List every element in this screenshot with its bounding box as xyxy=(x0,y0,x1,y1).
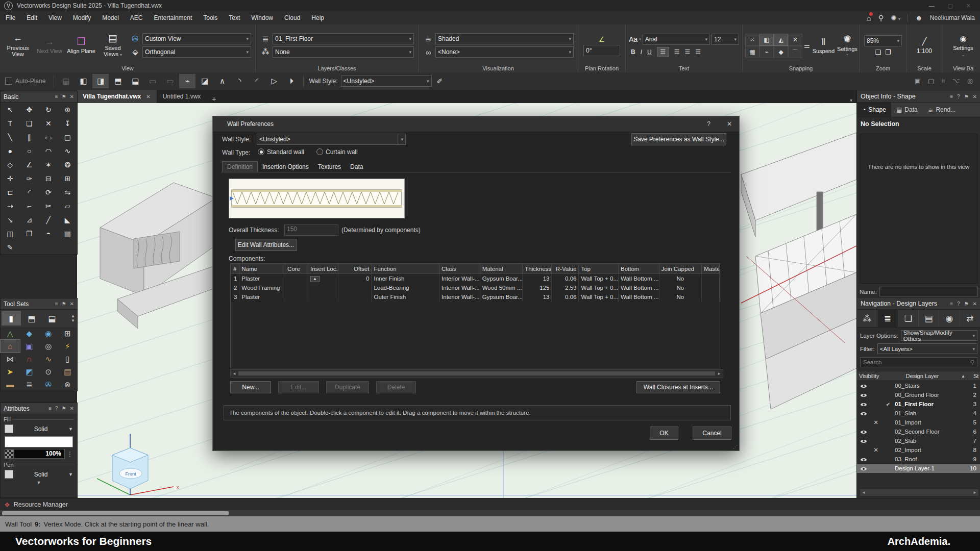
tangent-snap[interactable]: ◆ xyxy=(774,46,788,58)
tool-mode-3[interactable]: ⬓ xyxy=(42,311,62,325)
components-table[interactable]: #NameCoreInsert Loc.OffsetFunctionClassM… xyxy=(231,264,720,302)
column-header-insertloc[interactable]: Insert Loc. xyxy=(308,264,338,274)
layer-list-scrollbar[interactable]: ◄► xyxy=(860,489,979,496)
intersection-snap[interactable]: ✕ xyxy=(788,34,802,46)
layer-opacity[interactable]: ▢ xyxy=(928,77,934,85)
cell[interactable]: Plaster xyxy=(239,274,285,284)
smart-edge-snap[interactable]: ⌁ xyxy=(760,46,774,58)
grid-tool[interactable]: ▦ xyxy=(58,227,78,240)
font-dropdown[interactable]: Arial▾ xyxy=(643,34,710,45)
cell[interactable]: 3 xyxy=(231,292,239,302)
nav-design-layers[interactable]: ≣ xyxy=(877,310,898,327)
chamfer-tool[interactable]: ◣ xyxy=(58,213,78,227)
menu-help[interactable]: Help xyxy=(306,11,330,24)
layer-row[interactable]: 02_Second Floor6 xyxy=(857,427,980,436)
wall-left-control[interactable]: ◧ xyxy=(75,74,91,88)
menu-window[interactable]: Window xyxy=(246,11,279,24)
delete-tool[interactable]: ✕ xyxy=(39,116,58,130)
pen-style-swatch[interactable] xyxy=(5,470,13,479)
wall-preferences-icon[interactable]: ✐ xyxy=(437,77,443,85)
arc-snap[interactable]: ⌒ xyxy=(788,46,802,58)
gis-tools[interactable]: ◉ xyxy=(39,327,58,340)
auto-plane-checkbox[interactable] xyxy=(5,78,12,85)
cell[interactable] xyxy=(702,283,720,292)
document-tab[interactable]: Villa Tugendhat.vwx✕ xyxy=(77,90,157,103)
layer-visibility-icon[interactable] xyxy=(857,392,870,398)
reshape-tool[interactable]: ⊿ xyxy=(20,213,39,227)
unified-view[interactable]: ▣ xyxy=(915,77,921,85)
layer-row[interactable]: 00_Stairs1 xyxy=(857,381,980,390)
gear-icon[interactable]: ✺ ▾ xyxy=(891,14,900,22)
column-header-bottom[interactable]: Bottom xyxy=(619,264,659,274)
cell[interactable]: Wall Bottom ... xyxy=(619,274,659,284)
projection-dropdown[interactable]: Orthogonal▾ xyxy=(142,46,251,58)
plan-rotation-input[interactable]: 0° xyxy=(583,45,620,56)
corner-vertex-mode[interactable]: ∧ xyxy=(214,74,230,88)
cell[interactable]: Gypsum Boar... xyxy=(480,292,523,302)
cancel-button[interactable]: Cancel xyxy=(693,427,731,440)
pin-icon[interactable]: ⚑ xyxy=(964,94,969,99)
fill-style-swatch[interactable] xyxy=(5,424,13,433)
building-shell[interactable]: ⌂ xyxy=(1,340,20,353)
object-info-tab-data[interactable]: ▤Data xyxy=(891,103,923,117)
ramps[interactable]: ◩ xyxy=(20,365,39,378)
trim-tool[interactable]: ✂ xyxy=(39,199,58,213)
fit-page-icon[interactable]: ❐ xyxy=(885,48,891,56)
zoom-tool[interactable]: ⊕ xyxy=(58,103,78,116)
hamburger-icon[interactable]: ≡ xyxy=(55,301,58,307)
tab-overflow-icon[interactable]: ▾ xyxy=(850,97,856,103)
cell[interactable]: Inner Finish xyxy=(372,274,439,284)
wall-closures-button[interactable]: Wall Closures at Inserts... xyxy=(636,381,720,393)
object-info-tab-rend[interactable]: ☕Rend... xyxy=(923,103,961,117)
push-pull-tool[interactable]: ↧ xyxy=(58,116,78,130)
new-document-tab-button[interactable]: + xyxy=(207,95,221,103)
new-component-button[interactable]: New... xyxy=(230,381,271,393)
column-header-joincapped[interactable]: Join Capped xyxy=(659,264,702,274)
cell[interactable]: Wall Top + 0... xyxy=(579,274,619,284)
auto-plane-toggle[interactable]: Auto-Plane xyxy=(0,78,51,85)
angle-snap[interactable]: ◭ xyxy=(774,34,788,46)
cell[interactable]: Plaster xyxy=(239,292,285,302)
zoom-dropdown[interactable]: 85%▾ xyxy=(864,35,902,46)
layer-name[interactable]: Design Layer-1 xyxy=(895,465,963,471)
saved-views-button[interactable]: ▤Saved Views ▾ xyxy=(98,33,128,58)
cell[interactable]: No xyxy=(659,283,702,292)
closure-mode[interactable]: ⏵ xyxy=(283,74,300,88)
delete-component-button[interactable]: Delete xyxy=(376,381,416,393)
attribute-mapping-tool[interactable]: ⊟ xyxy=(39,171,58,185)
clip-tool[interactable]: ◫ xyxy=(1,227,20,240)
opacity-checker-icon[interactable] xyxy=(5,449,14,459)
nav-sheet-layers[interactable]: ❏ xyxy=(898,310,919,327)
eyedropper-tool[interactable]: ✑ xyxy=(20,171,39,185)
bold-button[interactable]: B xyxy=(631,48,635,56)
pin-icon[interactable]: ⚑ xyxy=(62,406,66,411)
cell[interactable]: 13 xyxy=(523,292,552,302)
cable-tools[interactable]: ∿ xyxy=(39,353,58,365)
rotate-tool[interactable]: ⟳ xyxy=(39,185,58,199)
user-name[interactable]: Neelkumar Wala xyxy=(930,14,975,21)
cell[interactable]: No xyxy=(659,292,702,302)
layer-visibility-icon[interactable] xyxy=(857,465,870,471)
irrigation[interactable]: ◆ xyxy=(20,327,39,340)
column-header-name[interactable]: Name xyxy=(239,264,285,274)
dialog-close-icon[interactable]: ✕ xyxy=(727,120,732,128)
layer-name[interactable]: 02_Import xyxy=(895,447,963,453)
plane-mode[interactable]: ▤ xyxy=(58,74,74,88)
column-header-class[interactable]: Class xyxy=(439,264,480,274)
components-table-scrollbar[interactable]: ◄► xyxy=(230,369,723,378)
pin-icon[interactable]: ⚑ xyxy=(62,94,66,99)
cell[interactable]: Gypsum Boar... xyxy=(480,274,523,284)
object-snap[interactable]: ◧ xyxy=(760,34,774,46)
cell[interactable] xyxy=(285,283,308,292)
curtain-wall-radio[interactable]: Curtain wall xyxy=(316,148,358,156)
locus-tool[interactable]: ✛ xyxy=(1,171,20,185)
grid-snap[interactable]: ⁙ xyxy=(745,34,760,46)
cell[interactable]: Wall Top + 0... xyxy=(579,292,619,302)
line-tool[interactable]: ╲ xyxy=(1,130,20,144)
layer-name[interactable]: 00_Ground Floor xyxy=(895,392,963,398)
column-header-rvalue[interactable]: R-Value xyxy=(552,264,579,274)
wall-center-control[interactable]: ◨ xyxy=(92,74,109,88)
font-size-dropdown[interactable]: 12▾ xyxy=(712,34,739,45)
dialog-resize-grip[interactable]: ⋰ xyxy=(733,444,738,449)
align-center-button[interactable]: ☰ xyxy=(674,48,680,56)
